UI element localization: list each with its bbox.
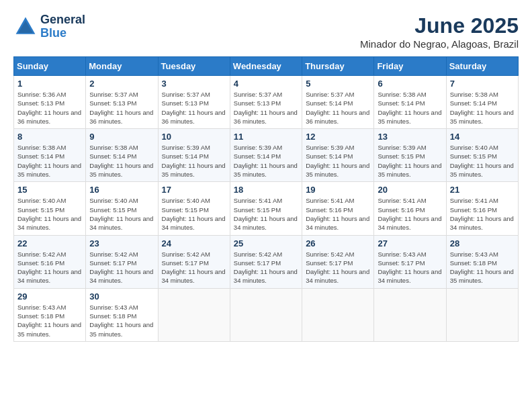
day-info: Sunrise: 5:43 AMSunset: 5:18 PMDaylight:… xyxy=(17,304,81,338)
day-number: 3 xyxy=(162,79,226,89)
day-number: 24 xyxy=(162,238,226,248)
day-info: Sunrise: 5:36 AMSunset: 5:13 PMDaylight:… xyxy=(17,91,81,125)
calendar-cell: 13 Sunrise: 5:39 AMSunset: 5:15 PMDaylig… xyxy=(374,129,446,182)
day-number: 2 xyxy=(89,79,154,89)
calendar-cell: 27 Sunrise: 5:43 AMSunset: 5:17 PMDaylig… xyxy=(374,235,446,288)
day-number: 29 xyxy=(17,291,82,302)
calendar-cell: 8 Sunrise: 5:38 AMSunset: 5:14 PMDayligh… xyxy=(14,129,86,182)
calendar-cell: 16 Sunrise: 5:40 AMSunset: 5:15 PMDaylig… xyxy=(86,182,158,235)
calendar-cell xyxy=(302,288,374,341)
calendar-cell: 1 Sunrise: 5:36 AMSunset: 5:13 PMDayligh… xyxy=(14,76,86,129)
day-info: Sunrise: 5:40 AMSunset: 5:15 PMDaylight:… xyxy=(89,197,153,231)
day-number: 14 xyxy=(450,132,515,142)
day-info: Sunrise: 5:39 AMSunset: 5:15 PMDaylight:… xyxy=(378,144,441,178)
calendar-table: SundayMondayTuesdayWednesdayThursdayFrid… xyxy=(13,56,519,342)
day-number: 11 xyxy=(234,132,298,142)
calendar-cell xyxy=(374,288,446,341)
calendar-cell: 17 Sunrise: 5:40 AMSunset: 5:15 PMDaylig… xyxy=(158,182,230,235)
calendar-cell: 11 Sunrise: 5:39 AMSunset: 5:14 PMDaylig… xyxy=(230,129,302,182)
day-info: Sunrise: 5:42 AMSunset: 5:17 PMDaylight:… xyxy=(306,250,369,285)
day-number: 18 xyxy=(234,185,298,195)
calendar-week-4: 22 Sunrise: 5:42 AMSunset: 5:16 PMDaylig… xyxy=(14,235,519,288)
calendar-cell: 24 Sunrise: 5:42 AMSunset: 5:17 PMDaylig… xyxy=(158,235,230,288)
day-info: Sunrise: 5:37 AMSunset: 5:13 PMDaylight:… xyxy=(234,91,298,125)
logo-text: General Blue xyxy=(40,13,85,40)
day-number: 9 xyxy=(89,132,154,142)
calendar-cell: 28 Sunrise: 5:43 AMSunset: 5:18 PMDaylig… xyxy=(446,235,518,288)
calendar-cell: 7 Sunrise: 5:38 AMSunset: 5:14 PMDayligh… xyxy=(446,76,518,129)
calendar-cell: 10 Sunrise: 5:39 AMSunset: 5:14 PMDaylig… xyxy=(158,129,230,182)
day-number: 26 xyxy=(306,238,370,248)
calendar-cell: 18 Sunrise: 5:41 AMSunset: 5:15 PMDaylig… xyxy=(230,182,302,235)
day-number: 28 xyxy=(450,238,515,248)
title-area: June 2025 Minador do Negrao, Alagoas, Br… xyxy=(360,13,519,50)
day-number: 15 xyxy=(17,185,82,195)
day-info: Sunrise: 5:38 AMSunset: 5:14 PMDaylight:… xyxy=(89,144,153,178)
day-number: 25 xyxy=(234,238,298,248)
day-info: Sunrise: 5:37 AMSunset: 5:14 PMDaylight:… xyxy=(306,91,369,125)
calendar-cell: 2 Sunrise: 5:37 AMSunset: 5:13 PMDayligh… xyxy=(86,76,158,129)
day-info: Sunrise: 5:43 AMSunset: 5:17 PMDaylight:… xyxy=(378,250,441,285)
calendar-cell: 5 Sunrise: 5:37 AMSunset: 5:14 PMDayligh… xyxy=(302,76,374,129)
day-number: 27 xyxy=(378,238,442,248)
day-number: 17 xyxy=(162,185,226,195)
calendar-cell: 25 Sunrise: 5:42 AMSunset: 5:17 PMDaylig… xyxy=(230,235,302,288)
day-info: Sunrise: 5:39 AMSunset: 5:14 PMDaylight:… xyxy=(162,144,226,178)
header-cell-thursday: Thursday xyxy=(302,57,374,76)
calendar-cell: 9 Sunrise: 5:38 AMSunset: 5:14 PMDayligh… xyxy=(86,129,158,182)
day-number: 7 xyxy=(450,79,515,89)
calendar-week-1: 1 Sunrise: 5:36 AMSunset: 5:13 PMDayligh… xyxy=(14,76,519,129)
day-info: Sunrise: 5:38 AMSunset: 5:14 PMDaylight:… xyxy=(450,91,514,125)
calendar-cell: 29 Sunrise: 5:43 AMSunset: 5:18 PMDaylig… xyxy=(14,288,86,341)
day-info: Sunrise: 5:42 AMSunset: 5:16 PMDaylight:… xyxy=(17,250,81,285)
day-number: 16 xyxy=(89,185,154,195)
calendar-body: 1 Sunrise: 5:36 AMSunset: 5:13 PMDayligh… xyxy=(14,76,519,342)
day-info: Sunrise: 5:41 AMSunset: 5:16 PMDaylight:… xyxy=(450,197,514,231)
day-number: 12 xyxy=(306,132,370,142)
day-number: 19 xyxy=(306,185,370,195)
day-info: Sunrise: 5:42 AMSunset: 5:17 PMDaylight:… xyxy=(234,250,298,285)
day-info: Sunrise: 5:41 AMSunset: 5:15 PMDaylight:… xyxy=(234,197,298,231)
calendar-cell xyxy=(230,288,302,341)
day-info: Sunrise: 5:41 AMSunset: 5:16 PMDaylight:… xyxy=(378,197,441,231)
calendar-cell: 23 Sunrise: 5:42 AMSunset: 5:17 PMDaylig… xyxy=(86,235,158,288)
day-number: 21 xyxy=(450,185,515,195)
day-info: Sunrise: 5:41 AMSunset: 5:16 PMDaylight:… xyxy=(306,197,369,231)
day-info: Sunrise: 5:43 AMSunset: 5:18 PMDaylight:… xyxy=(89,304,153,338)
logo: General Blue xyxy=(13,13,85,40)
day-info: Sunrise: 5:40 AMSunset: 5:15 PMDaylight:… xyxy=(162,197,226,231)
calendar-week-3: 15 Sunrise: 5:40 AMSunset: 5:15 PMDaylig… xyxy=(14,182,519,235)
day-number: 22 xyxy=(17,238,82,248)
day-info: Sunrise: 5:40 AMSunset: 5:15 PMDaylight:… xyxy=(450,144,514,178)
calendar-cell: 4 Sunrise: 5:37 AMSunset: 5:13 PMDayligh… xyxy=(230,76,302,129)
day-info: Sunrise: 5:40 AMSunset: 5:15 PMDaylight:… xyxy=(17,197,81,231)
day-info: Sunrise: 5:42 AMSunset: 5:17 PMDaylight:… xyxy=(162,250,226,285)
header-cell-friday: Friday xyxy=(374,57,446,76)
day-number: 1 xyxy=(17,79,82,89)
day-number: 20 xyxy=(378,185,442,195)
calendar-cell: 3 Sunrise: 5:37 AMSunset: 5:13 PMDayligh… xyxy=(158,76,230,129)
page-header: General Blue June 2025 Minador do Negrao… xyxy=(13,13,519,50)
location-title: Minador do Negrao, Alagoas, Brazil xyxy=(360,38,519,50)
logo-icon xyxy=(13,15,38,39)
day-number: 8 xyxy=(17,132,82,142)
day-number: 6 xyxy=(378,79,442,89)
day-number: 23 xyxy=(89,238,154,248)
day-info: Sunrise: 5:37 AMSunset: 5:13 PMDaylight:… xyxy=(162,91,226,125)
calendar-cell xyxy=(446,288,518,341)
calendar-header-row: SundayMondayTuesdayWednesdayThursdayFrid… xyxy=(14,57,519,76)
day-number: 10 xyxy=(162,132,226,142)
day-number: 5 xyxy=(306,79,370,89)
calendar-cell: 26 Sunrise: 5:42 AMSunset: 5:17 PMDaylig… xyxy=(302,235,374,288)
day-number: 4 xyxy=(234,79,298,89)
calendar-cell: 6 Sunrise: 5:38 AMSunset: 5:14 PMDayligh… xyxy=(374,76,446,129)
calendar-cell: 22 Sunrise: 5:42 AMSunset: 5:16 PMDaylig… xyxy=(14,235,86,288)
calendar-cell: 30 Sunrise: 5:43 AMSunset: 5:18 PMDaylig… xyxy=(86,288,158,341)
day-number: 30 xyxy=(89,291,154,302)
calendar-cell: 12 Sunrise: 5:39 AMSunset: 5:14 PMDaylig… xyxy=(302,129,374,182)
header-cell-sunday: Sunday xyxy=(14,57,86,76)
header-cell-saturday: Saturday xyxy=(446,57,518,76)
calendar-cell xyxy=(158,288,230,341)
day-info: Sunrise: 5:37 AMSunset: 5:13 PMDaylight:… xyxy=(89,91,153,125)
month-title: June 2025 xyxy=(360,13,519,38)
